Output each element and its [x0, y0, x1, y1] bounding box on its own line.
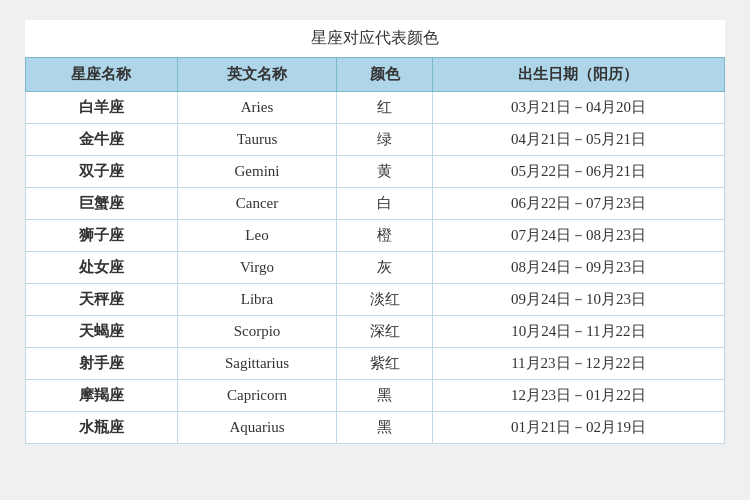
cell-8-2: 紫红: [337, 348, 433, 380]
table-row: 双子座Gemini黄05月22日－06月21日: [26, 156, 725, 188]
cell-4-1: Leo: [177, 220, 337, 252]
cell-1-0: 金牛座: [26, 124, 178, 156]
cell-6-3: 09月24日－10月23日: [432, 284, 724, 316]
cell-9-3: 12月23日－01月22日: [432, 380, 724, 412]
cell-10-1: Aquarius: [177, 412, 337, 444]
cell-5-3: 08月24日－09月23日: [432, 252, 724, 284]
cell-9-0: 摩羯座: [26, 380, 178, 412]
cell-4-2: 橙: [337, 220, 433, 252]
cell-7-1: Scorpio: [177, 316, 337, 348]
cell-6-1: Libra: [177, 284, 337, 316]
table-row: 水瓶座Aquarius黑01月21日－02月19日: [26, 412, 725, 444]
cell-3-0: 巨蟹座: [26, 188, 178, 220]
cell-5-1: Virgo: [177, 252, 337, 284]
cell-6-0: 天秤座: [26, 284, 178, 316]
cell-3-3: 06月22日－07月23日: [432, 188, 724, 220]
table-row: 射手座Sagittarius紫红11月23日－12月22日: [26, 348, 725, 380]
table-row: 白羊座Aries红03月21日－04月20日: [26, 92, 725, 124]
cell-1-1: Taurus: [177, 124, 337, 156]
table-row: 天秤座Libra淡红09月24日－10月23日: [26, 284, 725, 316]
cell-4-0: 狮子座: [26, 220, 178, 252]
page-title: 星座对应代表颜色: [25, 20, 725, 57]
cell-1-2: 绿: [337, 124, 433, 156]
cell-8-3: 11月23日－12月22日: [432, 348, 724, 380]
cell-10-2: 黑: [337, 412, 433, 444]
cell-1-3: 04月21日－05月21日: [432, 124, 724, 156]
cell-10-0: 水瓶座: [26, 412, 178, 444]
cell-5-2: 灰: [337, 252, 433, 284]
table-row: 天蝎座Scorpio深红10月24日－11月22日: [26, 316, 725, 348]
cell-4-3: 07月24日－08月23日: [432, 220, 724, 252]
cell-8-0: 射手座: [26, 348, 178, 380]
col-header-date: 出生日期（阳历）: [432, 58, 724, 92]
cell-8-1: Sagittarius: [177, 348, 337, 380]
col-header-english: 英文名称: [177, 58, 337, 92]
cell-0-3: 03月21日－04月20日: [432, 92, 724, 124]
table-row: 巨蟹座Cancer白06月22日－07月23日: [26, 188, 725, 220]
cell-0-2: 红: [337, 92, 433, 124]
table-row: 金牛座Taurus绿04月21日－05月21日: [26, 124, 725, 156]
cell-2-0: 双子座: [26, 156, 178, 188]
cell-3-1: Cancer: [177, 188, 337, 220]
col-header-color: 颜色: [337, 58, 433, 92]
cell-5-0: 处女座: [26, 252, 178, 284]
cell-6-2: 淡红: [337, 284, 433, 316]
cell-0-1: Aries: [177, 92, 337, 124]
zodiac-table: 星座名称 英文名称 颜色 出生日期（阳历） 白羊座Aries红03月21日－04…: [25, 57, 725, 444]
cell-9-2: 黑: [337, 380, 433, 412]
table-row: 狮子座Leo橙07月24日－08月23日: [26, 220, 725, 252]
cell-0-0: 白羊座: [26, 92, 178, 124]
cell-2-2: 黄: [337, 156, 433, 188]
cell-2-1: Gemini: [177, 156, 337, 188]
cell-7-2: 深红: [337, 316, 433, 348]
col-header-chinese: 星座名称: [26, 58, 178, 92]
cell-7-3: 10月24日－11月22日: [432, 316, 724, 348]
cell-2-3: 05月22日－06月21日: [432, 156, 724, 188]
table-header-row: 星座名称 英文名称 颜色 出生日期（阳历）: [26, 58, 725, 92]
cell-9-1: Capricorn: [177, 380, 337, 412]
main-container: 星座对应代表颜色 星座名称 英文名称 颜色 出生日期（阳历） 白羊座Aries红…: [25, 20, 725, 444]
cell-10-3: 01月21日－02月19日: [432, 412, 724, 444]
cell-3-2: 白: [337, 188, 433, 220]
table-row: 摩羯座Capricorn黑12月23日－01月22日: [26, 380, 725, 412]
table-row: 处女座Virgo灰08月24日－09月23日: [26, 252, 725, 284]
table-body: 白羊座Aries红03月21日－04月20日金牛座Taurus绿04月21日－0…: [26, 92, 725, 444]
cell-7-0: 天蝎座: [26, 316, 178, 348]
